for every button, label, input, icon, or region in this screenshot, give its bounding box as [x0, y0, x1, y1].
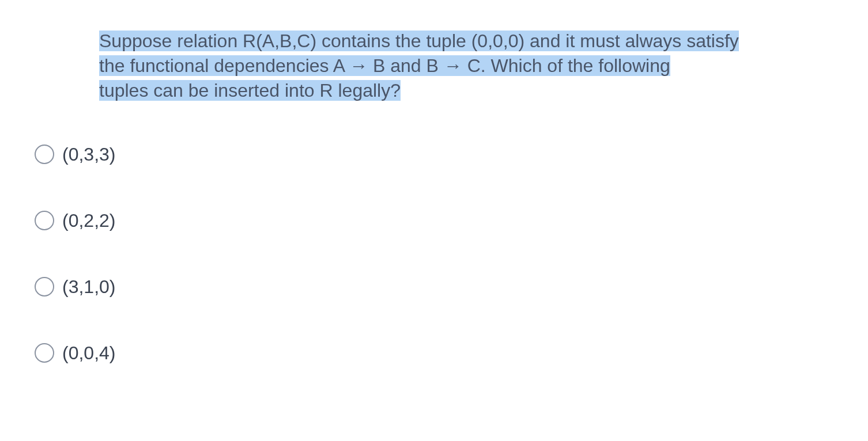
- question-line-3: tuples can be inserted into R legally?: [99, 80, 401, 101]
- question-line-2: the functional dependencies A → B and B …: [99, 55, 670, 76]
- radio-button-2[interactable]: [35, 211, 54, 230]
- radio-button-4[interactable]: [35, 343, 54, 363]
- question-text: Suppose relation R(A,B,C) contains the t…: [99, 29, 833, 104]
- radio-button-1[interactable]: [35, 145, 54, 164]
- option-1[interactable]: (0,3,3): [35, 144, 833, 165]
- option-label-1: (0,3,3): [62, 144, 115, 165]
- question-line-1: Suppose relation R(A,B,C) contains the t…: [99, 31, 739, 51]
- option-4[interactable]: (0,0,4): [35, 343, 833, 364]
- option-label-2: (0,2,2): [62, 210, 115, 231]
- radio-button-3[interactable]: [35, 277, 54, 296]
- option-2[interactable]: (0,2,2): [35, 210, 833, 231]
- option-3[interactable]: (3,1,0): [35, 276, 833, 298]
- option-label-3: (3,1,0): [62, 276, 115, 298]
- option-label-4: (0,0,4): [62, 343, 115, 364]
- options-list: (0,3,3) (0,2,2) (3,1,0) (0,0,4): [35, 144, 833, 364]
